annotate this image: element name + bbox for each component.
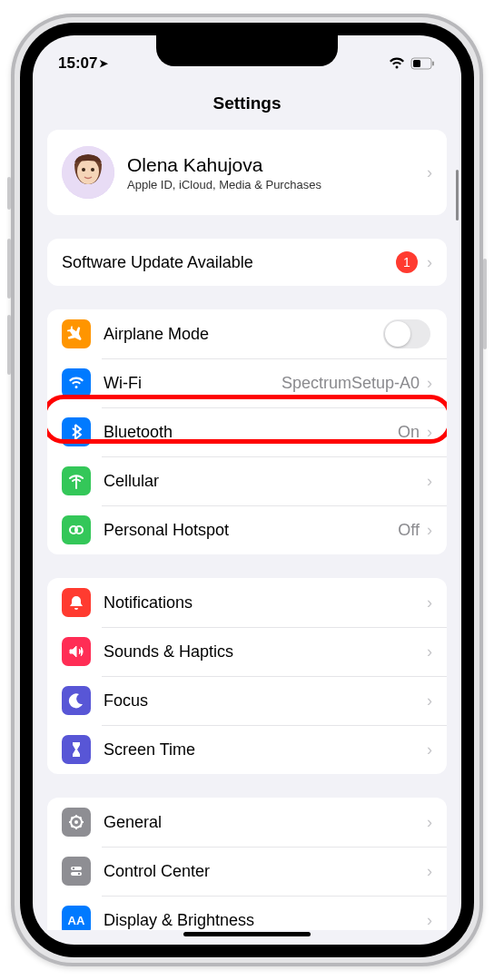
controlcenter-label: Control Center bbox=[104, 862, 427, 881]
profile-section: Olena Kahujova Apple ID, iCloud, Media &… bbox=[47, 130, 447, 215]
software-update-section: Software Update Available 1 › bbox=[47, 239, 447, 286]
profile-row[interactable]: Olena Kahujova Apple ID, iCloud, Media &… bbox=[47, 130, 447, 215]
svg-rect-2 bbox=[432, 62, 434, 66]
svg-text:AA: AA bbox=[68, 914, 85, 927]
focus-label: Focus bbox=[104, 691, 427, 710]
hotspot-label: Personal Hotspot bbox=[104, 521, 398, 540]
wifi-row[interactable]: Wi-Fi SpectrumSetup-A0 › bbox=[47, 358, 447, 407]
display-icon: AA bbox=[62, 906, 91, 930]
chevron-right-icon: › bbox=[427, 593, 432, 612]
wifi-status-icon bbox=[389, 57, 405, 70]
profile-subtitle: Apple ID, iCloud, Media & Purchases bbox=[127, 178, 427, 191]
avatar bbox=[62, 146, 114, 199]
airplane-label: Airplane Mode bbox=[104, 325, 383, 344]
hotspot-row[interactable]: Personal Hotspot Off › bbox=[47, 505, 447, 554]
battery-status-icon bbox=[410, 57, 436, 70]
profile-name: Olena Kahujova bbox=[127, 154, 427, 176]
cellular-label: Cellular bbox=[104, 472, 427, 491]
sounds-label: Sounds & Haptics bbox=[104, 642, 427, 662]
airplane-toggle[interactable] bbox=[383, 319, 430, 348]
scroll-indicator bbox=[456, 170, 459, 220]
screentime-row[interactable]: Screen Time › bbox=[47, 725, 447, 774]
sounds-row[interactable]: Sounds & Haptics › bbox=[47, 627, 447, 676]
screentime-label: Screen Time bbox=[104, 740, 427, 760]
controlcenter-row[interactable]: Control Center › bbox=[47, 847, 447, 896]
focus-row[interactable]: Focus › bbox=[47, 676, 447, 725]
chevron-right-icon: › bbox=[427, 911, 432, 930]
chevron-right-icon: › bbox=[427, 740, 432, 760]
notifications-row[interactable]: Notifications › bbox=[47, 578, 447, 627]
page-title: Settings bbox=[33, 81, 461, 130]
hotspot-value: Off bbox=[398, 521, 420, 540]
chevron-right-icon: › bbox=[427, 423, 432, 442]
chevron-right-icon: › bbox=[427, 253, 432, 272]
svg-point-4 bbox=[77, 159, 99, 184]
chevron-right-icon: › bbox=[427, 642, 432, 662]
controlcenter-icon bbox=[62, 857, 91, 886]
wifi-value: SpectrumSetup-A0 bbox=[282, 374, 420, 393]
notifications-label: Notifications bbox=[104, 593, 427, 612]
bluetooth-label: Bluetooth bbox=[104, 423, 398, 442]
svg-point-10 bbox=[74, 820, 78, 824]
chevron-right-icon: › bbox=[427, 813, 432, 832]
chevron-right-icon: › bbox=[427, 521, 432, 540]
hotspot-icon bbox=[62, 515, 91, 544]
focus-icon bbox=[62, 686, 91, 715]
display-label: Display & Brightness bbox=[104, 911, 427, 930]
display-row[interactable]: AA Display & Brightness › bbox=[47, 896, 447, 930]
wifi-label: Wi-Fi bbox=[104, 374, 282, 393]
svg-point-12 bbox=[73, 867, 74, 869]
svg-point-6 bbox=[91, 168, 94, 172]
svg-rect-1 bbox=[413, 60, 420, 67]
general-icon bbox=[62, 808, 91, 837]
status-time: 15:07 bbox=[58, 54, 97, 73]
general-section: General › Control Center › AA bbox=[47, 798, 447, 930]
sounds-icon bbox=[62, 637, 91, 666]
chevron-right-icon: › bbox=[427, 163, 432, 182]
bluetooth-row[interactable]: Bluetooth On › bbox=[47, 407, 447, 456]
cellular-icon bbox=[62, 466, 91, 495]
connectivity-section: Airplane Mode Wi-Fi SpectrumSetup-A0 › bbox=[47, 309, 447, 554]
software-update-row[interactable]: Software Update Available 1 › bbox=[47, 239, 447, 286]
badge-count: 1 bbox=[396, 251, 418, 273]
svg-point-14 bbox=[78, 873, 80, 875]
bluetooth-icon bbox=[62, 417, 91, 446]
chevron-right-icon: › bbox=[427, 862, 432, 881]
notifications-icon bbox=[62, 588, 91, 617]
cellular-row[interactable]: Cellular › bbox=[47, 456, 447, 505]
home-indicator[interactable] bbox=[183, 932, 311, 936]
airplane-icon bbox=[62, 319, 91, 348]
general-label: General bbox=[104, 813, 427, 832]
chevron-right-icon: › bbox=[427, 472, 432, 491]
location-icon: ➤ bbox=[99, 57, 108, 70]
svg-point-5 bbox=[82, 168, 85, 172]
notifications-section: Notifications › Sounds & Haptics › bbox=[47, 578, 447, 774]
screentime-icon bbox=[62, 735, 91, 764]
chevron-right-icon: › bbox=[427, 691, 432, 710]
general-row[interactable]: General › bbox=[47, 798, 447, 847]
wifi-icon bbox=[62, 368, 91, 397]
bluetooth-value: On bbox=[398, 423, 420, 442]
software-update-label: Software Update Available bbox=[62, 253, 396, 272]
chevron-right-icon: › bbox=[427, 374, 432, 393]
airplane-mode-row[interactable]: Airplane Mode bbox=[47, 309, 447, 358]
